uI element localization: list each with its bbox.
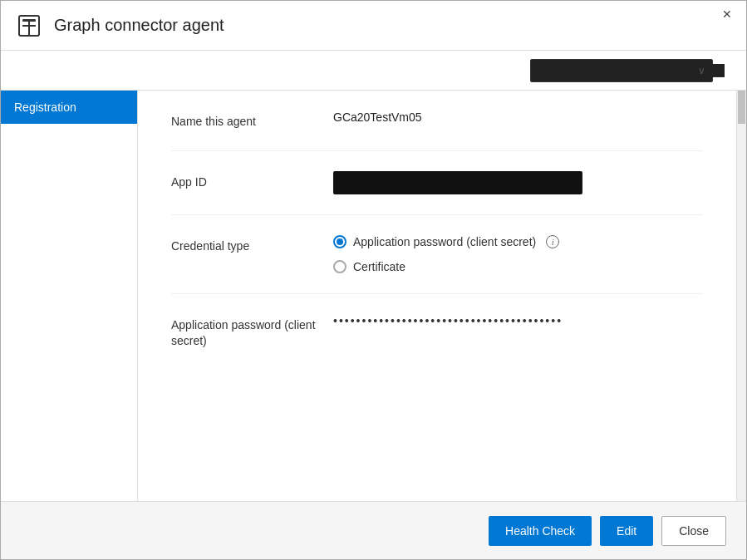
radio-app-password-indicator bbox=[333, 235, 346, 248]
info-icon-app-password[interactable]: i bbox=[546, 235, 559, 248]
value-name: GCa20TestVm05 bbox=[333, 111, 703, 124]
sidebar-item-registration[interactable]: Registration bbox=[1, 91, 137, 124]
scrollbar-track[interactable] bbox=[736, 91, 746, 501]
radio-certificate-label: Certificate bbox=[353, 260, 405, 273]
close-button[interactable]: Close bbox=[661, 516, 726, 546]
title-bar: Graph connector agent ✕ bbox=[1, 1, 746, 51]
window-title: Graph connector agent bbox=[54, 16, 733, 35]
password-dots: •••••••••••••••••••••••••••••••••••••••• bbox=[333, 314, 563, 327]
radio-option-app-password[interactable]: Application password (client secret) i bbox=[333, 235, 703, 248]
health-check-button[interactable]: Health Check bbox=[489, 516, 592, 546]
form-area: Name this agent GCa20TestVm05 App ID Cre… bbox=[138, 91, 736, 501]
form-row-appid: App ID bbox=[171, 151, 703, 215]
sidebar-item-label: Registration bbox=[14, 101, 76, 114]
main-window: Graph connector agent ✕ ████████████████… bbox=[0, 0, 747, 560]
radio-app-password-label: Application password (client secret) bbox=[353, 235, 536, 248]
form-row-password: Application password (client secret) •••… bbox=[171, 294, 703, 370]
app-icon bbox=[14, 11, 44, 41]
radio-option-certificate[interactable]: Certificate bbox=[333, 260, 703, 273]
label-appid: App ID bbox=[171, 171, 333, 191]
value-credential: Application password (client secret) i C… bbox=[333, 235, 703, 273]
value-appid bbox=[333, 171, 703, 194]
chevron-down-icon: ∨ bbox=[698, 65, 705, 76]
footer: Health Check Edit Close bbox=[1, 501, 746, 559]
app-id-bar bbox=[333, 171, 582, 194]
scrollbar-thumb[interactable] bbox=[738, 91, 745, 124]
label-credential: Credential type bbox=[171, 235, 333, 255]
agent-selector-value: ████████████████████████ bbox=[541, 64, 725, 76]
form-row-credential: Credential type Application password (cl… bbox=[171, 215, 703, 294]
label-password: Application password (client secret) bbox=[171, 314, 333, 350]
edit-button[interactable]: Edit bbox=[600, 516, 653, 546]
radio-group-credential: Application password (client secret) i C… bbox=[333, 235, 703, 273]
label-name: Name this agent bbox=[171, 111, 333, 130]
main-content: Registration Name this agent GCa20TestVm… bbox=[1, 91, 746, 501]
dropdown-bar: ████████████████████████ ∨ bbox=[1, 51, 746, 91]
form-row-name: Name this agent GCa20TestVm05 bbox=[171, 91, 703, 151]
window-close-button[interactable]: ✕ bbox=[708, 1, 746, 27]
radio-certificate-indicator bbox=[333, 260, 346, 273]
agent-selector[interactable]: ████████████████████████ ∨ bbox=[530, 59, 713, 82]
value-password: •••••••••••••••••••••••••••••••••••••••• bbox=[333, 314, 703, 327]
sidebar: Registration bbox=[1, 91, 138, 501]
